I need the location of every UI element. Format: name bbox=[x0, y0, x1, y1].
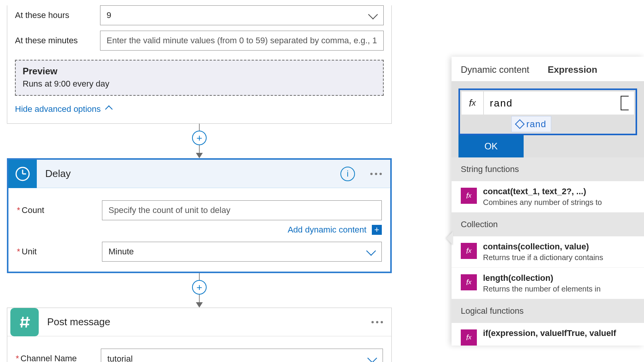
connector-line bbox=[199, 124, 200, 131]
preview-title: Preview bbox=[23, 66, 376, 77]
fx-badge-icon: fx bbox=[461, 274, 477, 290]
ok-button[interactable]: OK bbox=[458, 135, 524, 157]
hours-select[interactable]: 9 bbox=[100, 5, 384, 25]
category-logical-functions[interactable]: Logical functions bbox=[452, 299, 644, 323]
svg-line-5 bbox=[21, 317, 23, 328]
delay-card: Delay i *Count Add dynamic content + *Un… bbox=[7, 158, 392, 273]
fn-if[interactable]: fx if(expression, valueIfTrue, valueIf bbox=[452, 323, 644, 346]
tab-expression[interactable]: Expression bbox=[539, 57, 606, 81]
add-step-button[interactable]: + bbox=[192, 131, 207, 145]
fn-signature: contains(collection, value) bbox=[483, 242, 603, 252]
fn-description: Returns the number of elements in bbox=[483, 285, 601, 293]
fn-length[interactable]: fx length(collection) Returns the number… bbox=[452, 268, 644, 299]
preview-text: Runs at 9:00 every day bbox=[23, 79, 376, 89]
more-menu-button[interactable] bbox=[371, 321, 383, 323]
tab-dynamic-content[interactable]: Dynamic content bbox=[452, 57, 539, 81]
fn-contains[interactable]: fx contains(collection, value) Returns t… bbox=[452, 236, 644, 268]
minutes-input[interactable] bbox=[107, 36, 377, 46]
preview-box: Preview Runs at 9:00 every day bbox=[15, 60, 384, 96]
panel-pointer-icon bbox=[446, 231, 453, 245]
post-message-title: Post message bbox=[47, 316, 110, 328]
fx-badge-icon: fx bbox=[461, 243, 477, 259]
add-dynamic-content-link[interactable]: Add dynamic content + bbox=[17, 225, 382, 235]
chevron-down-icon bbox=[369, 354, 376, 362]
count-input-wrap[interactable] bbox=[102, 200, 382, 220]
unit-label: *Unit bbox=[17, 247, 102, 257]
clock-icon bbox=[8, 160, 37, 188]
add-step-button[interactable]: + bbox=[192, 280, 207, 295]
hours-value: 9 bbox=[107, 10, 111, 20]
fn-signature: concat(text_1, text_2?, ...) bbox=[483, 187, 602, 197]
text-cursor-icon bbox=[621, 96, 629, 110]
fn-description: Returns true if a dictionary contains bbox=[483, 253, 603, 262]
expression-suggestion[interactable]: rand bbox=[511, 116, 551, 132]
channel-value: tutorial bbox=[107, 354, 133, 362]
channel-label: *Channel Name bbox=[16, 354, 101, 362]
hours-label: At these hours bbox=[15, 10, 100, 20]
connector-line bbox=[199, 295, 200, 303]
unit-select[interactable]: Minute bbox=[102, 242, 382, 262]
more-menu-button[interactable] bbox=[370, 173, 382, 175]
post-message-header[interactable]: Post message bbox=[7, 308, 391, 336]
expression-highlight: fx rand bbox=[458, 88, 637, 135]
hide-advanced-toggle[interactable]: Hide advanced options bbox=[15, 104, 112, 114]
connector-line bbox=[199, 273, 200, 280]
fn-signature: if(expression, valueIfTrue, valueIf bbox=[483, 328, 616, 338]
fx-badge-icon: fx bbox=[461, 188, 477, 204]
count-label: *Count bbox=[17, 205, 102, 215]
add-dynamic-content-text: Add dynamic content bbox=[288, 225, 366, 234]
plus-icon: + bbox=[372, 225, 382, 235]
chevron-down-icon bbox=[368, 247, 375, 257]
minutes-input-wrap[interactable] bbox=[100, 31, 384, 51]
chevron-down-icon bbox=[370, 10, 376, 20]
delay-title: Delay bbox=[45, 168, 71, 180]
cube-icon bbox=[515, 119, 524, 129]
hide-advanced-label: Hide advanced options bbox=[15, 104, 101, 114]
suggestion-text: rand bbox=[526, 119, 546, 129]
connector-line bbox=[199, 145, 200, 154]
arrow-down-icon bbox=[196, 153, 203, 158]
channel-select[interactable]: tutorial bbox=[101, 349, 383, 362]
recurrence-card: At these hours 9 At these minutes Previe… bbox=[7, 5, 392, 124]
fx-badge-icon: fx bbox=[461, 329, 477, 346]
category-string-functions[interactable]: String functions bbox=[452, 157, 644, 181]
hashtag-icon bbox=[10, 308, 39, 336]
expression-panel: Dynamic content Expression fx rand OK St… bbox=[452, 57, 644, 346]
expression-input-row[interactable]: fx bbox=[462, 92, 634, 115]
fn-description: Combines any number of strings to bbox=[483, 198, 602, 207]
count-input[interactable] bbox=[108, 205, 375, 215]
info-icon[interactable]: i bbox=[340, 167, 355, 181]
post-message-card: Post message *Channel Name tutorial bbox=[7, 308, 392, 362]
delay-header[interactable]: Delay i bbox=[8, 160, 390, 188]
minutes-label: At these minutes bbox=[15, 36, 100, 46]
chevron-up-icon bbox=[106, 104, 112, 114]
fx-icon: fx bbox=[462, 92, 484, 115]
svg-line-6 bbox=[26, 317, 28, 328]
fn-signature: length(collection) bbox=[483, 273, 601, 283]
expression-input[interactable] bbox=[484, 92, 621, 115]
arrow-down-icon bbox=[196, 302, 203, 308]
category-collection[interactable]: Collection bbox=[452, 213, 644, 236]
fn-concat[interactable]: fx concat(text_1, text_2?, ...) Combines… bbox=[452, 181, 644, 213]
unit-value: Minute bbox=[108, 247, 134, 257]
